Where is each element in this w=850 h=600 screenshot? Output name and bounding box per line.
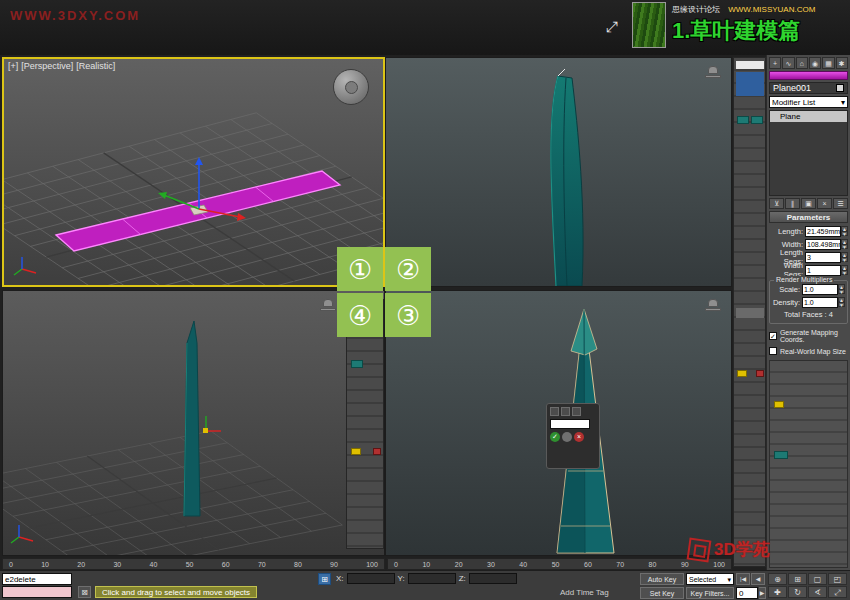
configure-modifier-sets-icon[interactable]: ☰ xyxy=(833,198,848,209)
caddy-cancel-button[interactable]: × xyxy=(574,432,584,442)
caddy-value-field[interactable] xyxy=(550,419,590,429)
length-spinner[interactable]: ▲▼ xyxy=(841,226,848,236)
tab-motion-icon[interactable]: ◉ xyxy=(809,57,821,69)
key-filters-button[interactable]: Key Filters... xyxy=(686,587,734,599)
spinner-down-icon[interactable]: ▼ xyxy=(838,289,845,294)
mini-close-button[interactable] xyxy=(756,370,764,377)
add-time-tag[interactable]: Add Time Tag xyxy=(560,588,609,597)
viewcube-home-icon[interactable] xyxy=(320,299,336,311)
mini-close-button[interactable] xyxy=(373,448,381,455)
absolute-mode-toggle[interactable]: ⊞ xyxy=(318,573,331,585)
x-coordinate-field[interactable] xyxy=(347,573,395,584)
y-coordinate-field[interactable] xyxy=(408,573,456,584)
tab-hierarchy-icon[interactable]: ⌂ xyxy=(796,57,808,69)
time-slider-left[interactable]: 0102030405060708090100 xyxy=(2,558,385,570)
go-to-start-button[interactable]: |◀ xyxy=(736,573,750,585)
viewport-front[interactable] xyxy=(2,290,385,556)
viewport-label[interactable]: [+][Perspective][Realistic] xyxy=(8,61,118,71)
caddy-mode-icon[interactable] xyxy=(550,407,559,416)
spinner-down-icon[interactable]: ▼ xyxy=(841,231,848,236)
auto-key-button[interactable]: Auto Key xyxy=(640,573,684,585)
spinner-down-icon[interactable]: ▼ xyxy=(841,257,848,262)
tab-utilities-icon[interactable]: ✱ xyxy=(836,57,848,69)
spinner-down-icon[interactable]: ▼ xyxy=(841,270,848,275)
viewport-left[interactable] xyxy=(385,57,732,287)
teal-swatch[interactable] xyxy=(351,360,363,368)
show-end-result-icon[interactable]: ∥ xyxy=(785,198,800,209)
caddy-option2-icon[interactable] xyxy=(572,407,581,416)
scale-input[interactable]: 1.0 xyxy=(802,284,838,295)
viewcube-home-icon[interactable] xyxy=(705,66,721,78)
stack-item-plane[interactable]: Plane xyxy=(770,111,847,122)
remove-modifier-icon[interactable]: × xyxy=(817,198,832,209)
zoom-all-icon[interactable]: ⊞ xyxy=(788,573,807,585)
color-swatch[interactable] xyxy=(351,448,361,455)
previous-frame-button[interactable]: ◀ xyxy=(751,573,765,585)
length-input[interactable]: 21.459mm xyxy=(805,226,841,237)
generate-mapping-checkbox[interactable]: ✓ xyxy=(769,332,777,340)
viewport-menu-plus[interactable]: [+] xyxy=(8,61,18,71)
orbit-icon[interactable]: ↻ xyxy=(788,586,807,598)
pan-icon[interactable]: ✚ xyxy=(768,586,787,598)
viewport-menu-view[interactable]: [Perspective] xyxy=(21,61,73,71)
viewport-user[interactable]: ✓ × xyxy=(385,290,732,556)
caddy-more-button[interactable] xyxy=(562,432,572,442)
field-of-view-icon[interactable]: ∢ xyxy=(808,586,827,598)
object-name-field[interactable]: Plane001 xyxy=(769,82,848,94)
viewport-menu-shading[interactable]: [Realistic] xyxy=(76,61,115,71)
scale-spinner[interactable]: ▲▼ xyxy=(838,284,845,294)
cropped-field[interactable] xyxy=(736,61,764,69)
real-world-checkbox[interactable] xyxy=(769,347,777,355)
tab-modify-icon[interactable]: ∿ xyxy=(782,57,794,69)
tab-create-icon[interactable]: + xyxy=(769,57,781,69)
color-swatch[interactable] xyxy=(774,401,784,408)
object-color-bar[interactable] xyxy=(769,71,848,80)
make-unique-icon[interactable]: ▣ xyxy=(801,198,816,209)
length-segs-input[interactable]: 3 xyxy=(805,252,841,263)
cropped-selected-rows[interactable] xyxy=(736,72,764,96)
pin-stack-icon[interactable]: ⊻ xyxy=(769,198,784,209)
color-swatch[interactable] xyxy=(737,370,747,377)
teal-swatch[interactable] xyxy=(774,451,788,459)
time-slider-right[interactable]: 0102030405060708090100 xyxy=(387,558,732,570)
density-input[interactable]: 1.0 xyxy=(802,297,838,308)
zoom-region-icon[interactable]: ◰ xyxy=(828,573,847,585)
move-gizmo[interactable] xyxy=(203,416,221,433)
object-color-swatch[interactable] xyxy=(836,84,844,92)
editpoly-caddy[interactable]: ✓ × xyxy=(546,403,600,469)
teal-swatch[interactable] xyxy=(737,116,749,124)
zoom-icon[interactable]: ⊕ xyxy=(768,573,787,585)
spinner-down-icon[interactable]: ▼ xyxy=(838,302,845,307)
selection-set-dropdown[interactable]: Selected ▾ xyxy=(686,573,734,585)
z-coordinate-field[interactable] xyxy=(469,573,517,584)
viewport-perspective[interactable]: [+][Perspective][Realistic] xyxy=(2,57,385,287)
expand-arrows-icon[interactable]: ⤢ xyxy=(606,18,618,36)
parameters-rollout-header[interactable]: Parameters xyxy=(769,211,848,223)
generate-mapping-row[interactable]: ✓ Generate Mapping Coords. xyxy=(769,329,848,343)
maximize-viewport-icon[interactable]: ⤢ xyxy=(828,586,847,598)
spinner-down-icon[interactable]: ▼ xyxy=(841,244,848,249)
viewcube-home-icon[interactable] xyxy=(705,299,721,311)
caddy-apply-button[interactable]: ✓ xyxy=(550,432,560,442)
macro-recorder-row[interactable] xyxy=(2,586,72,598)
viewcube[interactable] xyxy=(333,69,369,105)
density-spinner[interactable]: ▲▼ xyxy=(838,297,845,307)
width-input[interactable]: 108.498mm xyxy=(805,239,841,250)
set-key-button[interactable]: Set Key xyxy=(640,587,684,599)
caddy-option-icon[interactable] xyxy=(561,407,570,416)
current-frame-field[interactable]: 0 xyxy=(736,587,758,599)
modifier-stack[interactable]: Plane xyxy=(769,110,848,196)
selection-lock-toggle[interactable]: ⊠ xyxy=(78,586,91,598)
blade-object[interactable] xyxy=(551,76,583,286)
zoom-extents-icon[interactable]: ▢ xyxy=(808,573,827,585)
play-button[interactable]: ▶ xyxy=(759,587,766,599)
length-segs-spinner[interactable]: ▲▼ xyxy=(841,252,848,262)
tab-display-icon[interactable]: ▦ xyxy=(822,57,834,69)
width-spinner[interactable]: ▲▼ xyxy=(841,239,848,249)
rollout-stub[interactable] xyxy=(736,308,764,318)
teal-swatch[interactable] xyxy=(751,116,763,124)
width-segs-spinner[interactable]: ▲▼ xyxy=(841,265,848,275)
modifier-list-dropdown[interactable]: Modifier List ▾ xyxy=(769,96,848,108)
maxscript-mini-listener[interactable]: e2delete xyxy=(2,573,72,585)
real-world-row[interactable]: Real-World Map Size xyxy=(769,347,848,355)
